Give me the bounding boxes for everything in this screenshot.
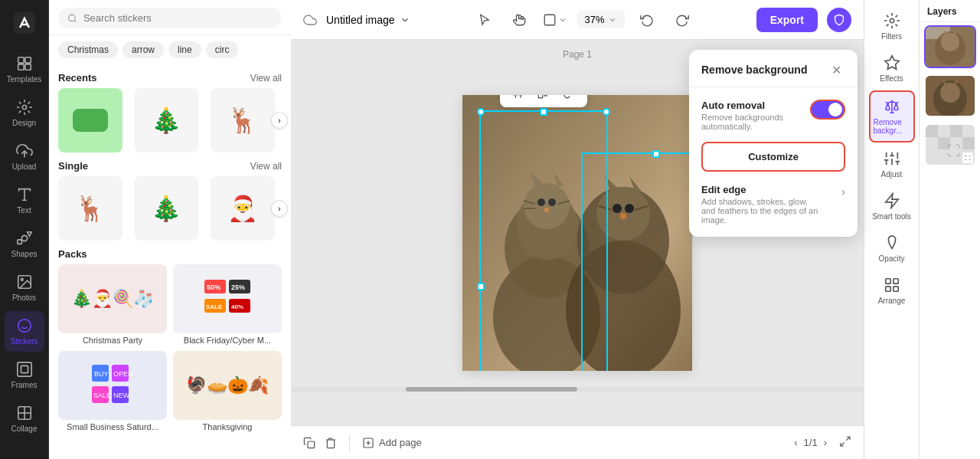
svg-point-14 [18,320,31,333]
divider [349,435,350,451]
add-page-button[interactable]: Add page [362,437,422,449]
sticker-item[interactable] [58,88,122,152]
sticker-item[interactable]: 🎄 [134,88,198,152]
effects-button[interactable]: Effects [869,48,915,89]
customize-button[interactable]: Customize [701,142,845,172]
sidebar-item-frames[interactable]: Frames [5,355,44,395]
undo-button[interactable] [634,7,660,33]
sticker-item[interactable]: 🎄 [134,176,198,241]
svg-rect-1 [18,57,23,63]
chevron-down-icon [400,15,410,25]
layer-item-2[interactable] [926,76,975,116]
smart-tools-button[interactable]: Smart tools [869,186,915,227]
svg-rect-91 [893,287,897,291]
qr-button[interactable] [532,95,555,104]
search-input[interactable] [83,12,273,24]
layer-item-3[interactable]: ⛶ ⛶ [926,125,975,165]
sidebar-item-upload[interactable]: Upload [5,136,44,177]
handle-tm-right[interactable] [652,150,660,158]
expand-button[interactable] [839,435,851,450]
svg-line-75 [841,442,844,446]
svg-point-101 [940,83,960,103]
left-navigation: Templates Design Upload Text Shapes Phot… [0,0,49,459]
sidebar-item-shapes[interactable]: Shapes [5,224,44,264]
sidebar-item-templates[interactable]: Templates [5,49,44,90]
tag-christmas[interactable]: Christmas [58,41,118,58]
svg-rect-112 [962,137,975,149]
sidebar-item-stickers[interactable]: Stickers [5,311,44,352]
handle-tm[interactable] [540,108,547,116]
canvas-image[interactable]: ↻ [462,95,692,371]
export-button[interactable]: Export [756,8,818,32]
edit-edge-row[interactable]: Edit edge Add shadows, strokes, glow, an… [689,179,858,228]
redo-button[interactable] [669,7,695,33]
cloud-save-icon[interactable] [303,13,317,27]
view-options-button[interactable] [542,7,568,33]
svg-point-13 [21,278,23,280]
handle-tl[interactable] [477,108,485,116]
tag-line[interactable]: line [168,41,201,58]
next-page-button[interactable]: › [824,437,827,448]
svg-text:SALE: SALE [206,303,223,310]
svg-rect-109 [950,125,962,137]
document-title[interactable]: Untitled image [326,14,410,26]
remove-bg-button[interactable]: Remove backgr... [869,90,915,143]
panel-close-button[interactable]: ✕ [827,61,845,79]
panel-header: Remove background ✕ [689,50,858,87]
delete-page-button[interactable] [325,437,337,449]
sidebar-item-photos[interactable]: Photos [5,267,44,308]
single-grid: 🦌 🎄 🎅 › [58,176,282,241]
handle-ml[interactable] [477,283,485,290]
pack-item-christmas[interactable]: 🎄🎅🍭🧦 Christmas Party [58,264,167,345]
nav-label: Templates [7,75,42,84]
handle-tr[interactable] [603,108,610,116]
svg-text:40%: 40% [231,303,243,310]
zoom-control[interactable]: 37% [577,11,625,28]
svg-rect-2 [24,57,30,63]
zoom-value: 37% [585,14,605,25]
remove-background-panel: Remove background ✕ Auto removal Remove … [689,50,858,237]
copy-page-button[interactable] [303,437,315,449]
sticker-item[interactable]: 🦌 [58,176,122,241]
pack-item-blackfriday[interactable]: 50% 25% SALE 40% Black Friday/Cyber M... [173,264,282,345]
opacity-button[interactable]: Opacity [869,228,915,269]
sidebar-item-collage[interactable]: Collage [5,398,44,439]
user-avatar[interactable] [827,8,851,32]
sticker-item[interactable]: 🎅 [211,176,275,241]
crop-button[interactable] [506,95,529,104]
tag-circle[interactable]: circ [206,41,239,58]
sidebar-item-design[interactable]: Design [5,93,44,133]
tag-arrow[interactable]: arrow [122,41,164,58]
search-box[interactable] [58,8,282,28]
layer-thumb-image [926,27,975,67]
single-next-button[interactable]: › [271,200,288,217]
arrange-button[interactable]: Arrange [869,270,915,311]
auto-removal-toggle[interactable] [810,100,845,120]
adjust-button[interactable]: Adjust [869,144,915,185]
select-tool-button[interactable] [472,7,498,33]
page-counter: 1/1 [804,437,818,448]
recents-next-button[interactable]: › [271,112,288,129]
svg-text:⛶: ⛶ [947,143,961,159]
horizontal-scrollbar[interactable] [291,387,864,392]
sticker-item[interactable]: 🦌 [211,88,275,152]
arrange-label: Arrange [878,297,906,305]
recents-view-all[interactable]: View all [250,73,282,84]
prev-page-button[interactable]: ‹ [794,437,797,448]
pack-item-thanksgiving[interactable]: 🦃🥧🎃🍂 Thanksgiving [173,351,282,431]
pack-item-smallbiz[interactable]: BUY OPEN SALE NEW Small Business Saturd.… [58,351,167,431]
svg-rect-17 [17,362,31,376]
app-logo[interactable] [5,6,44,40]
svg-text:BUY: BUY [94,370,109,378]
svg-marker-77 [884,56,898,69]
single-view-all[interactable]: View all [250,161,282,172]
floating-toolbar [500,95,587,107]
layer-item-1[interactable] [926,27,975,67]
hand-tool-button[interactable] [507,7,533,33]
filters-button[interactable]: Filters [869,6,915,47]
link-button[interactable] [558,95,581,104]
effects-label: Effects [880,74,903,83]
scrollbar-thumb[interactable] [406,387,577,392]
nav-label: Stickers [11,337,38,346]
sidebar-item-text[interactable]: Text [5,180,44,221]
